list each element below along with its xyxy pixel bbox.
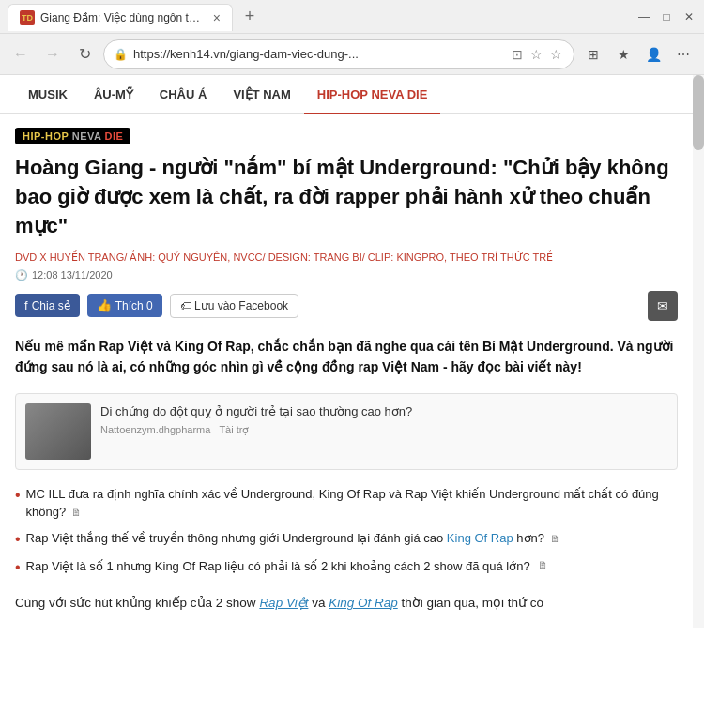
like-label: Thích 0 xyxy=(115,299,153,312)
share-label: Chia sẻ xyxy=(32,299,70,312)
refresh-button[interactable]: ↻ xyxy=(71,41,98,68)
article-body: Cùng với sức hút khủng khiếp của 2 show … xyxy=(15,593,678,614)
facebook-share-icon: f xyxy=(24,298,28,312)
nav-item-viet-nam[interactable]: VIỆT NAM xyxy=(220,76,303,113)
bullet-dot-3: • xyxy=(15,557,21,578)
lock-icon: 🔒 xyxy=(114,48,128,61)
save-label: 🏷 Lưu vào Facebook xyxy=(180,299,288,312)
toolbar-right: ⊞ ★ 👤 ⋯ xyxy=(580,41,696,68)
bullet-dot-2: • xyxy=(15,529,21,550)
badge-neva: NEVA xyxy=(72,130,105,142)
bullet-text-2: Rap Việt thắng thế về truyền thông nhưng… xyxy=(26,529,560,548)
site-navigation: MUSIK ÂU-MỸ CHÂU Á VIỆT NAM HIP-HOP NEVA… xyxy=(0,75,704,114)
body-text-intro: Cùng với sức hút khủng khiếp của 2 show xyxy=(15,596,259,610)
nav-item-musik[interactable]: MUSIK xyxy=(15,76,81,113)
bullet-list: • MC ILL đưa ra định nghĩa chính xác về … xyxy=(15,485,678,579)
ad-image xyxy=(25,403,91,460)
tab-favicon: TD xyxy=(20,10,35,25)
address-bar[interactable]: 🔒 https://kenh14.vn/giang-dam-viec-dung-… xyxy=(103,39,574,69)
article-title: Hoàng Giang - người "nắm" bí mật Undergr… xyxy=(15,154,678,240)
scrollbar-track xyxy=(693,75,704,628)
bullet-text-3: Rap Việt là số 1 nhưng King Of Rap liệu … xyxy=(26,557,530,576)
extensions-button[interactable]: ⊞ xyxy=(580,41,606,68)
browser-toolbar: ← → ↻ 🔒 https://kenh14.vn/giang-dam-viec… xyxy=(0,34,704,75)
address-bar-actions: ⊡ ☆ ☆ xyxy=(510,45,564,64)
bullet-item-1: • MC ILL đưa ra định nghĩa chính xác về … xyxy=(15,485,678,522)
article-meta: DVD X HUYỀN TRANG/ ẢNH: QUÝ NGUYÊN, NVCC… xyxy=(15,250,678,265)
ad-title: Di chứng do đột quỵ ở người trẻ tại sao … xyxy=(100,403,667,420)
share-button[interactable]: f Chia sẻ xyxy=(15,294,80,317)
scrollbar-thumb[interactable] xyxy=(693,75,704,150)
favorites-icon[interactable]: ☆ xyxy=(528,45,544,64)
rap-viet-link[interactable]: Rap Việt xyxy=(259,596,308,610)
browser-tab[interactable]: TD Giang Đầm: Việc dùng ngôn từ n... × xyxy=(8,4,233,31)
advertisement-block[interactable]: Di chứng do đột quỵ ở người trẻ tại sao … xyxy=(15,393,678,470)
king-of-rap-link-1[interactable]: King Of Rap xyxy=(447,531,513,545)
nav-item-au-my[interactable]: ÂU-MỸ xyxy=(81,76,146,113)
article-intro: Nếu mê mẩn Rap Việt và King Of Rap, chắc… xyxy=(15,336,678,378)
ad-content: Di chứng do đột quỵ ở người trẻ tại sao … xyxy=(100,403,667,436)
body-text-rest: thời gian qua, mọi thứ có xyxy=(398,596,543,610)
badge-hiphop: HIP-HOP xyxy=(23,130,69,142)
save-button[interactable]: 🏷 Lưu vào Facebook xyxy=(170,294,298,318)
close-button[interactable]: ✕ xyxy=(681,9,696,24)
social-bar: f Chia sẻ 👍 Thích 0 🏷 Lưu vào Facebook ✉ xyxy=(15,291,678,321)
reader-mode-icon[interactable]: ⊡ xyxy=(510,45,525,64)
article-time: 🕐 12:08 13/11/2020 xyxy=(15,269,678,281)
profile-button[interactable]: 👤 xyxy=(640,41,666,68)
bullet-item-3: • Rap Việt là số 1 nhưng King Of Rap liệ… xyxy=(15,557,678,578)
bullet-dot-1: • xyxy=(15,485,21,506)
article-content: HIP-HOP NEVA DIE Hoàng Giang - người "nắ… xyxy=(0,114,693,628)
email-button[interactable]: ✉ xyxy=(648,291,678,321)
browser-titlebar: TD Giang Đầm: Việc dùng ngôn từ n... × +… xyxy=(0,0,704,34)
facebook-like-icon: 👍 xyxy=(97,298,112,312)
clock-icon: 🕐 xyxy=(15,269,28,281)
like-button[interactable]: 👍 Thích 0 xyxy=(87,294,162,317)
settings-button[interactable]: ⋯ xyxy=(670,41,696,68)
email-icon: ✉ xyxy=(657,298,668,313)
note-icon-3: 🗎 xyxy=(538,557,548,573)
tab-title: Giang Đầm: Việc dùng ngôn từ n... xyxy=(40,11,207,24)
ad-source: Nattoenzym.dhgpharma Tài trợ xyxy=(100,424,667,436)
forward-button[interactable]: → xyxy=(39,41,66,68)
bullet-text-1: MC ILL đưa ra định nghĩa chính xác về Un… xyxy=(26,485,678,522)
hiphop-badge: HIP-HOP NEVA DIE xyxy=(15,128,130,144)
bullet-item-2: • Rap Việt thắng thế về truyền thông như… xyxy=(15,529,678,550)
king-of-rap-link-2[interactable]: King Of Rap xyxy=(329,596,398,610)
window-controls: — □ ✕ xyxy=(636,9,696,24)
note-icon-2: 🗎 xyxy=(550,533,560,544)
note-icon-1: 🗎 xyxy=(71,507,82,518)
new-tab-button[interactable]: + xyxy=(237,4,263,30)
badge-die: DIE xyxy=(105,130,124,142)
minimize-button[interactable]: — xyxy=(636,9,651,24)
collections-icon[interactable]: ☆ xyxy=(548,45,564,64)
favorites-button[interactable]: ★ xyxy=(610,41,636,68)
maximize-button[interactable]: □ xyxy=(659,9,674,24)
nav-item-chau-a[interactable]: CHÂU Á xyxy=(146,76,221,113)
ad-image-inner xyxy=(25,403,91,460)
tab-close-button[interactable]: × xyxy=(213,10,221,25)
address-text: https://kenh14.vn/giang-dam-viec-dung-..… xyxy=(133,47,504,61)
back-button[interactable]: ← xyxy=(8,41,34,68)
nav-item-hiphop[interactable]: HIP-HOP NEVA DIE xyxy=(304,76,441,113)
